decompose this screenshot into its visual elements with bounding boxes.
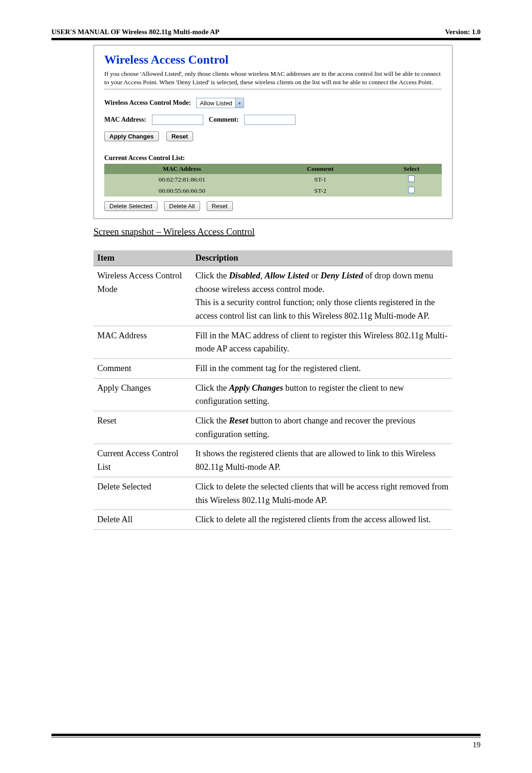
apply-changes-button[interactable]: Apply Changes (104, 131, 159, 141)
control-list-table: MAC Address Comment Select 00:02:72:81:8… (104, 164, 442, 197)
desc-item: Comment (93, 359, 192, 379)
desc-text: Click to delete the selected clients tha… (192, 477, 453, 510)
table-row: 00:02:72:81:86:01 ST-1 (104, 174, 442, 185)
desc-text: Click the Reset button to abort change a… (192, 411, 453, 444)
mac-comment-row: MAC Address: Comment: (104, 115, 442, 125)
desc-item: Wireless Access Control Mode (93, 266, 192, 326)
cell-select (381, 174, 442, 185)
checkbox[interactable] (408, 187, 415, 193)
desc-row: CommentFill in the comment tag for the r… (93, 359, 453, 379)
desc-item: Apply Changes (93, 378, 192, 411)
desc-row: Current Access Control ListIt shows the … (93, 444, 453, 477)
col-header-mac: MAC Address (104, 164, 259, 174)
desc-row: Delete AllClick to delete all the regist… (93, 510, 453, 530)
mode-label: Wireless Access Control Mode: (104, 99, 191, 107)
cell-select (381, 185, 442, 197)
reset-button-2[interactable]: Reset (207, 201, 233, 211)
desc-item: Current Access Control List (93, 444, 192, 477)
desc-row: Wireless Access Control ModeClick the Di… (93, 266, 453, 326)
panel-title: Wireless Access Control (104, 53, 442, 67)
mode-select-value: Allow Listed (197, 100, 235, 107)
panel-divider (104, 89, 442, 89)
desc-row: ResetClick the Reset button to abort cha… (93, 411, 453, 444)
table-row: 00:00:55:66:66:50 ST-2 (104, 185, 442, 197)
screenshot-panel: Wireless Access Control If you choose 'A… (93, 45, 453, 219)
cell-comment: ST-1 (259, 174, 381, 185)
description-table: Item Description Wireless Access Control… (93, 250, 453, 530)
header-right: Version: 1.0 (445, 28, 481, 36)
desc-item: MAC Address (93, 326, 192, 358)
desc-text: Click the Disabled, Allow Listed or Deny… (192, 266, 453, 326)
desc-text: Fill in the MAC address of client to reg… (192, 326, 453, 358)
mac-input[interactable] (152, 115, 203, 125)
cell-mac: 00:00:55:66:66:50 (104, 185, 259, 197)
col-header-comment: Comment (259, 164, 381, 174)
desc-header-item: Item (93, 250, 192, 266)
desc-text: It shows the registered clients that are… (192, 444, 453, 477)
header-divider (51, 38, 481, 40)
control-list-title: Current Access Control List: (104, 154, 442, 162)
header-left: USER'S MANUAL OF Wireless 802.11g Multi-… (51, 28, 219, 36)
desc-row: MAC AddressFill in the MAC address of cl… (93, 326, 453, 358)
mode-row: Wireless Access Control Mode: Allow List… (104, 98, 442, 108)
reset-button[interactable]: Reset (166, 131, 193, 141)
panel-description: If you choose 'Allowed Listed', only tho… (104, 70, 442, 86)
cell-comment: ST-2 (259, 185, 381, 197)
desc-item: Reset (93, 411, 192, 444)
comment-label: Comment: (209, 116, 239, 124)
chevron-down-icon: ▾ (235, 98, 244, 108)
desc-text: Click the Apply Changes button to regist… (192, 378, 453, 411)
desc-item: Delete All (93, 510, 192, 530)
desc-item: Delete Selected (93, 477, 192, 510)
mac-label: MAC Address: (104, 116, 146, 124)
footer-divider-thin (51, 737, 481, 737)
comment-input[interactable] (244, 115, 295, 125)
delete-selected-button[interactable]: Delete Selected (104, 201, 158, 211)
delete-all-button[interactable]: Delete All (164, 201, 200, 211)
screenshot-caption: Screen snapshot – Wireless Access Contro… (93, 226, 481, 237)
mode-select[interactable]: Allow Listed ▾ (196, 98, 244, 108)
desc-row: Apply ChangesClick the Apply Changes but… (93, 378, 453, 411)
desc-row: Delete SelectedClick to delete the selec… (93, 477, 453, 510)
checkbox[interactable] (408, 175, 415, 182)
page-number: 19 (51, 740, 481, 750)
col-header-select: Select (381, 164, 442, 174)
footer-divider-thick (51, 734, 481, 736)
desc-text: Click to delete all the registered clien… (192, 510, 453, 530)
desc-text: Fill in the comment tag for the register… (192, 359, 453, 379)
cell-mac: 00:02:72:81:86:01 (104, 174, 259, 185)
desc-header-description: Description (192, 250, 453, 266)
